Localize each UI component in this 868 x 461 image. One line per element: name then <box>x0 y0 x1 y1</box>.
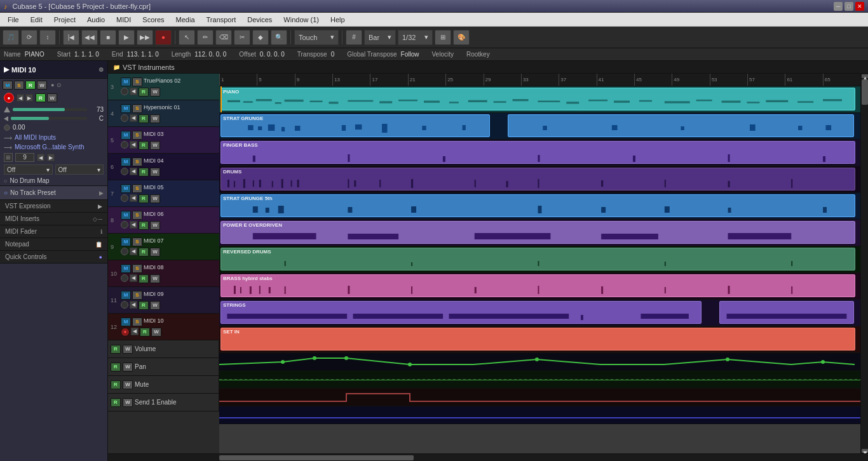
snap-on-button[interactable]: # <box>346 30 362 45</box>
scroll-thumb[interactable] <box>862 79 868 105</box>
hscroll-thumb[interactable] <box>219 455 414 460</box>
maximize-button[interactable]: □ <box>844 2 853 11</box>
inspector-mute-btn[interactable]: M <box>3 81 13 90</box>
menu-transport[interactable]: Transport <box>201 15 241 25</box>
track10-w-btn[interactable]: W <box>150 274 160 283</box>
play-button[interactable]: ▶ <box>118 30 135 45</box>
glue-tool[interactable]: ◆ <box>252 30 269 45</box>
inspector-w-btn2[interactable]: W <box>47 93 57 102</box>
mute-r-btn[interactable]: R <box>111 380 121 389</box>
vst-expression-section[interactable]: VST Expression ▶ <box>0 200 107 213</box>
channel-prev-btn[interactable]: ◀ <box>37 154 44 161</box>
split-tool[interactable]: ✂ <box>234 30 250 45</box>
track10-knob[interactable] <box>121 274 128 282</box>
track3-knob[interactable] <box>121 88 128 95</box>
track7-prev-btn[interactable]: ◀ <box>130 194 137 202</box>
menu-audio[interactable]: Audio <box>82 15 110 25</box>
stop-button[interactable]: ■ <box>100 30 116 45</box>
inspector-monitor-btn[interactable]: ● <box>51 82 54 88</box>
draw-tool[interactable]: ✏ <box>197 30 214 45</box>
track5-r-btn[interactable]: R <box>139 141 149 150</box>
block-strings-2[interactable] <box>719 301 854 324</box>
forward-button[interactable]: ▶▶ <box>137 30 153 45</box>
track12-r-btn[interactable]: R <box>140 328 150 337</box>
select-tool[interactable]: ↖ <box>179 30 195 45</box>
block-set-in[interactable]: SET IN <box>220 328 855 351</box>
track5-prev-btn[interactable]: ◀ <box>130 141 137 149</box>
notepad-section[interactable]: Notepad 📋 <box>0 238 107 251</box>
color-button[interactable]: 🎨 <box>453 30 470 45</box>
touch-mode-dropdown[interactable]: Touch ▾ <box>294 30 339 45</box>
track7-w-btn[interactable]: W <box>150 194 160 203</box>
menu-file[interactable]: File <box>3 15 24 25</box>
block-strat-grunge-2[interactable] <box>508 114 854 137</box>
track12-rec-btn[interactable]: ● <box>121 328 130 337</box>
metronome-button[interactable]: 🎵 <box>3 30 19 45</box>
inspector-r-btn2[interactable]: R <box>36 93 46 102</box>
inspector-rec-btn[interactable]: ⊙ <box>57 82 62 88</box>
track3-r-btn[interactable]: R <box>139 88 149 97</box>
track7-r-btn[interactable]: R <box>139 194 149 203</box>
track7-mute-btn[interactable]: M <box>121 184 131 193</box>
menu-midi[interactable]: MIDI <box>111 15 136 25</box>
track9-mute-btn[interactable]: M <box>121 237 131 246</box>
inspector-record-btn[interactable]: ● <box>4 93 14 103</box>
vol-w-btn[interactable]: W <box>123 345 133 354</box>
rewind-button[interactable]: ◀◀ <box>81 30 98 45</box>
scroll-down-btn[interactable]: ▼ <box>862 449 868 453</box>
midi-in-source[interactable]: All MIDI Inputs <box>15 134 56 141</box>
track8-w-btn[interactable]: W <box>150 221 160 230</box>
midi-fader-section[interactable]: MIDI Fader ℹ <box>0 225 107 238</box>
block-strat-grunge-1[interactable]: STRAT GRUNGE <box>220 114 490 137</box>
track12-solo-btn[interactable]: S <box>132 317 142 326</box>
track11-r-btn[interactable]: R <box>139 301 149 310</box>
block-strat-grunge-5th[interactable]: STRAT GRUNGE 5th <box>220 194 855 217</box>
track4-knob[interactable] <box>121 114 128 122</box>
track9-prev-btn[interactable]: ◀ <box>130 248 137 255</box>
quick-controls-section[interactable]: Quick Controls ● <box>0 251 107 264</box>
track9-w-btn[interactable]: W <box>150 248 160 257</box>
track8-knob[interactable] <box>121 221 128 229</box>
track10-mute-btn[interactable]: M <box>121 264 131 273</box>
inspector-collapse-icon[interactable]: ▶ <box>4 65 9 74</box>
inspector-read-btn[interactable]: R <box>25 81 36 90</box>
vol-r-btn[interactable]: R <box>111 345 121 354</box>
block-drums[interactable]: DRUMS <box>220 168 855 190</box>
midi-inserts-section[interactable]: MIDI Inserts ◇ ─ <box>0 213 107 225</box>
inspector-config-icon[interactable]: ⚙ <box>98 67 104 73</box>
track6-w-btn[interactable]: W <box>150 168 160 177</box>
track6-prev-btn[interactable]: ◀ <box>130 168 137 175</box>
record-button[interactable]: ● <box>155 30 172 45</box>
mute-w-btn[interactable]: W <box>123 380 133 389</box>
track3-prev-btn[interactable]: ◀ <box>130 88 137 95</box>
track7-solo-btn[interactable]: S <box>132 184 142 193</box>
track10-solo-btn[interactable]: S <box>132 264 142 273</box>
track4-w-btn[interactable]: W <box>150 114 160 123</box>
menu-window[interactable]: Window (1) <box>278 15 324 25</box>
punch-in-button[interactable]: ↕ <box>39 30 56 45</box>
rewind-to-start-button[interactable]: |◀ <box>63 30 79 45</box>
track9-knob[interactable] <box>121 248 128 255</box>
volume-fader[interactable] <box>13 108 87 111</box>
menu-help[interactable]: Help <box>325 15 350 25</box>
inspector-write-btn[interactable]: W <box>37 81 47 90</box>
track10-prev-btn[interactable]: ◀ <box>130 274 137 282</box>
track9-solo-btn[interactable]: S <box>132 237 142 246</box>
gain-knob[interactable] <box>4 124 10 131</box>
block-finger-bass[interactable]: FINGER BASS <box>220 141 855 164</box>
off-dropdown-1[interactable]: Off ▾ <box>4 164 53 175</box>
pan-w-btn[interactable]: W <box>123 363 133 371</box>
menu-media[interactable]: Media <box>171 15 200 25</box>
menu-devices[interactable]: Devices <box>242 15 277 25</box>
off-dropdown-2[interactable]: Off ▾ <box>55 164 104 175</box>
track-preset-row[interactable]: ○ No Track Preset ▶ <box>0 186 107 200</box>
menu-scores[interactable]: Scores <box>137 15 169 25</box>
track8-solo-btn[interactable]: S <box>132 211 142 220</box>
send-w-btn[interactable]: W <box>123 398 133 407</box>
track12-mute-btn[interactable]: M <box>121 317 131 326</box>
track6-mute-btn[interactable]: M <box>121 157 131 166</box>
send-r-btn[interactable]: R <box>111 398 121 407</box>
track8-prev-btn[interactable]: ◀ <box>130 221 137 229</box>
hscroll-track[interactable] <box>219 455 868 461</box>
cycle-button[interactable]: ⟳ <box>21 30 37 45</box>
